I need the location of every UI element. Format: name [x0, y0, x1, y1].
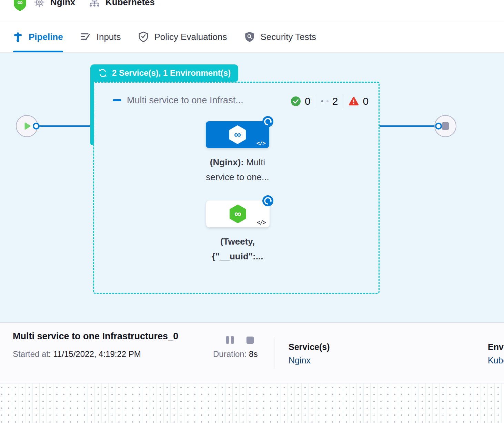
end-connection-port — [435, 123, 442, 130]
pause-button[interactable] — [226, 336, 234, 344]
execution-summary-bar: Multi service to one Infrastructures_0 S… — [0, 322, 504, 383]
stage-group-badge[interactable]: 2 Service(s), 1 Environment(s) — [90, 64, 238, 82]
inputs-icon — [80, 32, 91, 42]
duration-value: 8s — [246, 349, 258, 359]
tab-pipeline-label: Pipeline — [29, 32, 63, 42]
tab-pipeline[interactable]: Pipeline — [13, 21, 63, 52]
shield-check-icon — [138, 31, 149, 42]
tab-policy-evaluations[interactable]: Policy Evaluations — [138, 21, 227, 52]
tab-policy-evaluations-label: Policy Evaluations — [154, 32, 227, 42]
started-at-label: Started at — [13, 349, 49, 359]
stop-square-icon — [442, 122, 449, 130]
tab-inputs-label: Inputs — [97, 32, 121, 42]
breadcrumb-service-label: Nginx — [50, 0, 75, 8]
stage-group-accent-bar — [90, 74, 94, 145]
started-at-value: : 11/15/2022, 4:19:22 PM — [49, 349, 141, 359]
services-block: Service(s) Nginx — [289, 342, 330, 365]
tab-bar: Pipeline Inputs Policy Evaluations Secur… — [0, 21, 504, 53]
duration-label: Duration: — [213, 349, 246, 359]
pipeline-canvas: 2 Service(s), 1 Environment(s) Multi ser… — [0, 53, 504, 322]
duration-text: Duration: 8s — [213, 349, 258, 359]
shield-search-icon — [244, 31, 255, 42]
abort-button[interactable] — [246, 337, 254, 344]
environments-link[interactable]: Kubernetes — [488, 355, 504, 365]
running-spinner-icon — [262, 195, 274, 207]
svg-text:∞: ∞ — [17, 0, 23, 7]
harness-logo-icon: ∞ — [13, 0, 27, 12]
tab-security-tests-label: Security Tests — [261, 32, 316, 42]
tab-security-tests[interactable]: Security Tests — [244, 21, 316, 52]
tab-inputs[interactable]: Inputs — [80, 21, 121, 52]
edge-line-end — [380, 125, 436, 127]
services-label: Service(s) — [289, 342, 330, 352]
execution-controls — [226, 336, 254, 344]
console-dot-grid — [0, 383, 504, 423]
stage-group-badge-label: 2 Service(s), 1 Environment(s) — [112, 68, 231, 78]
cluster-icon — [89, 0, 100, 7]
breadcrumb-service-chip[interactable]: Nginx — [34, 0, 75, 8]
start-connection-port — [33, 123, 40, 130]
breadcrumb-environment-chip[interactable]: Kubernetes — [89, 0, 155, 8]
loop-icon — [98, 68, 108, 78]
stage-group-container — [93, 82, 380, 294]
breadcrumb-environment-label: Kubernetes — [105, 0, 155, 8]
pipeline-icon — [13, 32, 23, 42]
edge-line-start — [36, 125, 93, 127]
services-link[interactable]: Nginx — [289, 355, 330, 365]
top-breadcrumb-bar: ∞ Nginx — [0, 0, 504, 21]
summary-divider — [274, 337, 274, 369]
started-at-text: Started at: 11/15/2022, 4:19:22 PM — [13, 349, 141, 359]
environments-block: Environment(s) Kubernetes — [488, 342, 504, 365]
play-icon — [21, 120, 33, 132]
running-spinner-icon — [262, 116, 274, 127]
execution-title: Multi service to one Infrastructures_0 — [13, 331, 178, 342]
gear-icon — [34, 0, 45, 8]
environments-label: Environment(s) — [488, 342, 504, 352]
